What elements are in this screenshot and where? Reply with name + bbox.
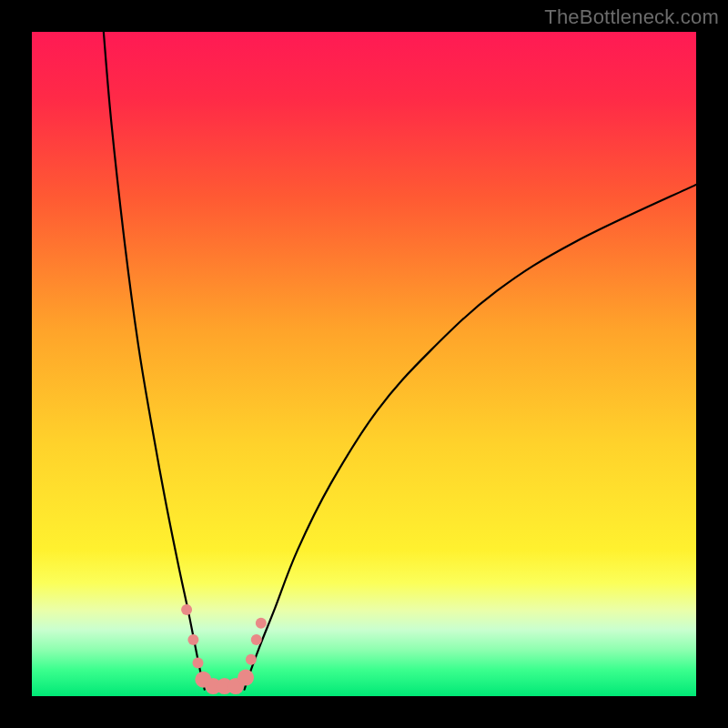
highlight-markers bbox=[181, 604, 267, 694]
highlight-marker bbox=[256, 618, 267, 629]
bottleneck-curve-right bbox=[245, 185, 696, 690]
bottleneck-curve-left bbox=[104, 32, 205, 690]
highlight-marker bbox=[187, 634, 198, 645]
watermark-text: TheBottleneck.com bbox=[544, 5, 719, 29]
highlight-marker bbox=[251, 634, 262, 645]
highlight-marker bbox=[193, 658, 204, 669]
highlight-marker bbox=[238, 670, 254, 686]
chart-curves bbox=[32, 32, 696, 696]
plot-area bbox=[32, 32, 696, 696]
chart-frame: TheBottleneck.com bbox=[0, 0, 728, 728]
highlight-marker bbox=[246, 654, 257, 665]
highlight-marker bbox=[181, 604, 192, 615]
